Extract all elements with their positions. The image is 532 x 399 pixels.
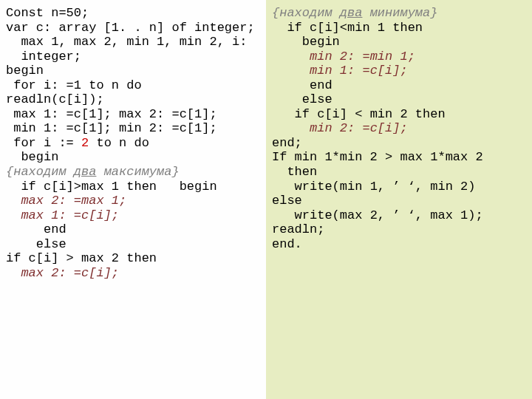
code-highlight: 2 <box>81 136 89 150</box>
code-line: for i := 2 to n do <box>6 136 149 150</box>
code-line: min 2: =min 1; <box>272 50 415 64</box>
comment-text: минимума} <box>362 6 437 20</box>
comment-min: {находим два минимума} <box>272 6 437 20</box>
code-line: else <box>272 92 332 106</box>
code-line: if c[i]>max 1 then begin <box>6 180 217 194</box>
code-line: begin <box>6 64 44 78</box>
left-column: Const n=50; var c: array [1. . n] of int… <box>0 0 266 399</box>
code-line: integer; <box>6 50 81 64</box>
code-line: readln; <box>272 222 324 236</box>
code-line: if c[i]<min 1 then <box>272 21 423 35</box>
code-line: max 2: =max 1; <box>6 194 126 208</box>
code-line: end. <box>272 237 302 251</box>
code-line: write(max 2, ’ ‘, max 1); <box>272 208 483 222</box>
comment-text: {находим <box>6 165 74 179</box>
slide: Const n=50; var c: array [1. . n] of int… <box>0 0 532 399</box>
right-column: {находим два минимума} if c[i]<min 1 the… <box>266 0 532 399</box>
code-line: readln(c[i]); <box>6 92 104 106</box>
code-line: then <box>272 165 317 179</box>
comment-underline: два <box>340 6 363 20</box>
code-line: Const n=50; <box>6 6 89 20</box>
code-line: for i: =1 to n do <box>6 78 142 92</box>
comment-text: {находим <box>272 6 340 20</box>
code-line: max 1: =c[i]; <box>6 208 119 222</box>
code-line: var c: array [1. . n] of integer; <box>6 21 255 35</box>
code-line: write(min 1, ’ ‘, min 2) <box>272 180 475 194</box>
code-line: min 1: =c[i]; <box>272 64 408 78</box>
code-line: max 2: =c[i]; <box>6 266 119 280</box>
code-line: max 1, max 2, min 1, min 2, i: <box>6 35 247 49</box>
code-text: for i := <box>6 136 81 150</box>
comment-underline: два <box>74 165 97 179</box>
code-line: min 2: =c[i]; <box>272 121 408 135</box>
code-line: end <box>272 78 332 92</box>
code-line: if c[i] > max 2 then <box>6 251 157 265</box>
code-line: max 1: =c[1]; max 2: =c[1]; <box>6 107 217 121</box>
code-line: else <box>272 194 302 208</box>
code-line: min 1: =c[1]; min 2: =c[1]; <box>6 121 217 135</box>
code-line: else <box>6 237 66 251</box>
code-line: end <box>6 222 66 236</box>
code-line: if c[i] < min 2 then <box>272 107 446 121</box>
code-line: If min 1*min 2 > max 1*max 2 <box>272 150 483 164</box>
code-line: end; <box>272 136 302 150</box>
comment-max: {находим два максимума} <box>6 165 180 179</box>
code-text: to n do <box>89 136 149 150</box>
code-line: begin <box>6 150 58 164</box>
comment-text: максимума} <box>96 165 179 179</box>
code-line: begin <box>272 35 340 49</box>
